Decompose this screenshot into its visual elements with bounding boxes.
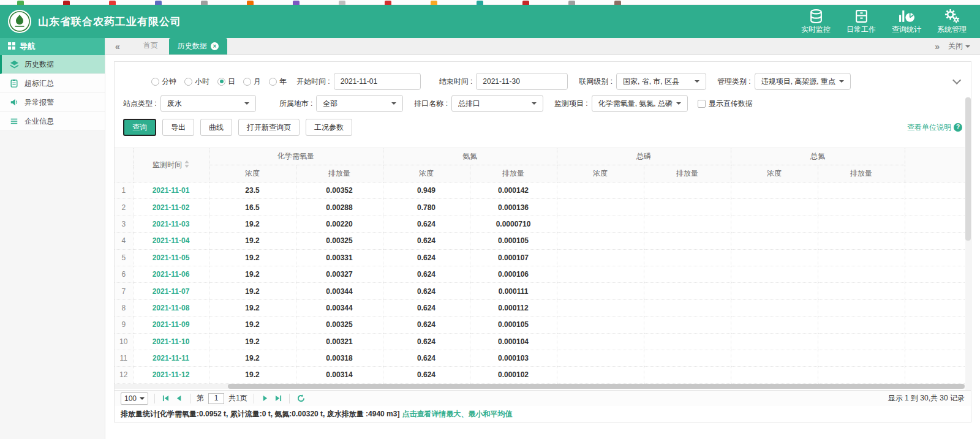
action-button[interactable]: 打开新查询页 bbox=[238, 119, 300, 136]
tabs-scroll-left-icon[interactable]: « bbox=[111, 42, 124, 51]
total-pages-label: 共1页 bbox=[228, 393, 247, 403]
network-level-select[interactable]: 国家, 省, 市, 区县 bbox=[616, 73, 706, 90]
period-radio[interactable]: 年 bbox=[269, 77, 287, 87]
header-nav-gears[interactable]: 系统管理 bbox=[937, 8, 967, 35]
city-select[interactable]: 全部 bbox=[316, 95, 403, 112]
end-time-value: 2021-11-30 bbox=[483, 77, 520, 86]
vertical-scrollbar-thumb[interactable] bbox=[965, 97, 971, 241]
browser-favicon[interactable] bbox=[431, 1, 437, 5]
monitor-date-cell[interactable]: 2021-11-07 bbox=[133, 283, 209, 299]
action-button[interactable]: 工况参数 bbox=[306, 119, 352, 136]
monitor-items-select[interactable]: 化学需氧量, 氨氮, 总磷, 总 bbox=[592, 95, 688, 112]
network-level-value: 国家, 省, 市, 区县 bbox=[623, 77, 679, 87]
value-cell bbox=[557, 333, 644, 350]
value-cell bbox=[731, 350, 818, 366]
browser-favicon[interactable] bbox=[17, 1, 24, 5]
tab[interactable]: 历史数据× bbox=[169, 38, 227, 54]
monitor-date-cell[interactable]: 2021-11-02 bbox=[133, 199, 209, 216]
outlet-name-select[interactable]: 总排口 bbox=[451, 95, 543, 112]
monitor-date-cell[interactable]: 2021-11-06 bbox=[133, 266, 209, 282]
value-cell: 19.2 bbox=[209, 283, 296, 299]
manage-type-select[interactable]: 违规项目, 高架源, 重点排 bbox=[755, 73, 851, 90]
browser-favicon[interactable] bbox=[614, 1, 621, 5]
browser-favicon[interactable] bbox=[522, 1, 529, 5]
value-cell: 0.624 bbox=[383, 233, 470, 249]
stats-detail-link[interactable]: 点击查看详情最大、最小和平均值 bbox=[402, 409, 512, 419]
browser-favicon[interactable] bbox=[568, 1, 575, 5]
period-radio[interactable]: 分钟 bbox=[151, 77, 176, 87]
sort-icon[interactable] bbox=[184, 160, 189, 170]
monitor-date-cell[interactable]: 2021-11-05 bbox=[133, 249, 209, 266]
horizontal-scrollbar-thumb[interactable] bbox=[228, 384, 965, 389]
page-size-select[interactable]: 100 bbox=[121, 392, 148, 405]
period-radio[interactable]: 小时 bbox=[184, 77, 209, 87]
collapse-filter-chevron-icon[interactable] bbox=[952, 76, 961, 84]
prev-page-button[interactable] bbox=[175, 395, 184, 402]
direct-data-checkbox[interactable]: 显示直传数据 bbox=[698, 99, 753, 109]
header-nav-archive[interactable]: 日常工作 bbox=[846, 8, 876, 35]
value-cell bbox=[644, 317, 731, 333]
header-nav-database[interactable]: 实时监控 bbox=[801, 8, 831, 35]
browser-favicon[interactable] bbox=[155, 1, 162, 5]
header-nav-label: 查询统计 bbox=[892, 24, 921, 35]
browser-favicon[interactable] bbox=[339, 1, 345, 5]
tab-close-icon[interactable]: × bbox=[211, 42, 219, 50]
unit-help-link[interactable]: 查看单位说明 ? bbox=[907, 122, 962, 133]
value-cell: 0.00327 bbox=[296, 266, 383, 282]
monitor-date-cell[interactable]: 2021-11-03 bbox=[133, 216, 209, 232]
sub-column-header: 浓度 bbox=[731, 165, 818, 182]
period-radio-label: 日 bbox=[228, 77, 235, 87]
row-number-cell: 4 bbox=[115, 233, 133, 249]
station-type-select[interactable]: 废水 bbox=[160, 95, 256, 112]
monitor-date-cell[interactable]: 2021-11-09 bbox=[133, 317, 209, 333]
browser-favicon[interactable] bbox=[63, 1, 70, 5]
time-column-header[interactable]: 监测时间 bbox=[133, 148, 209, 182]
monitor-date-cell[interactable]: 2021-11-08 bbox=[133, 299, 209, 316]
vertical-scrollbar[interactable] bbox=[965, 97, 971, 416]
value-cell bbox=[818, 249, 905, 266]
filler-cell bbox=[905, 299, 965, 316]
query-button[interactable]: 查询 bbox=[123, 119, 156, 136]
value-cell: 0.00325 bbox=[296, 317, 383, 333]
sidebar-item[interactable]: 超标汇总 bbox=[0, 74, 105, 93]
period-radio[interactable]: 日 bbox=[217, 77, 235, 87]
header-nav-label: 实时监控 bbox=[801, 24, 831, 35]
browser-favicon[interactable] bbox=[247, 1, 254, 5]
checkbox-box bbox=[698, 100, 706, 108]
end-time-input[interactable]: 2021-11-30 bbox=[476, 73, 568, 90]
period-radio-label: 年 bbox=[279, 77, 287, 87]
city-value: 全部 bbox=[323, 99, 337, 109]
monitor-date-cell[interactable]: 2021-11-10 bbox=[133, 333, 209, 350]
page-number-input[interactable]: 1 bbox=[208, 393, 224, 404]
browser-favicon[interactable] bbox=[201, 1, 208, 5]
monitor-date-cell[interactable]: 2021-11-12 bbox=[133, 367, 209, 383]
tabs-scroll-right-icon[interactable]: » bbox=[931, 42, 943, 51]
monitor-date-cell[interactable]: 2021-11-04 bbox=[133, 233, 209, 249]
period-radio[interactable]: 月 bbox=[243, 77, 261, 87]
start-time-input[interactable]: 2021-11-01 bbox=[334, 73, 421, 90]
horizontal-scrollbar[interactable] bbox=[115, 384, 965, 389]
refresh-icon[interactable] bbox=[296, 394, 306, 402]
value-cell: 0.000142 bbox=[470, 182, 557, 199]
sidebar-item[interactable]: 历史数据 bbox=[0, 55, 105, 74]
browser-favicon[interactable] bbox=[109, 1, 116, 5]
value-cell: 0.0000710 bbox=[470, 216, 557, 232]
tab[interactable]: 首页 bbox=[135, 37, 167, 54]
action-button[interactable]: 曲线 bbox=[200, 119, 232, 136]
action-button[interactable]: 导出 bbox=[162, 119, 194, 136]
browser-favicon[interactable] bbox=[477, 1, 483, 5]
sidebar-item[interactable]: 企业信息 bbox=[0, 112, 105, 131]
last-page-button[interactable] bbox=[274, 395, 283, 402]
first-page-button[interactable] bbox=[161, 395, 170, 402]
browser-favicon[interactable] bbox=[293, 1, 300, 5]
table-row: 112021-11-1119.20.003180.6240.000103 bbox=[115, 350, 965, 366]
close-tabs-menu[interactable]: 关闭 bbox=[948, 41, 970, 51]
manage-type-value: 违规项目, 高架源, 重点排 bbox=[761, 77, 835, 87]
browser-favicon[interactable] bbox=[385, 1, 391, 5]
next-page-button[interactable] bbox=[260, 395, 270, 402]
row-number-cell: 7 bbox=[115, 283, 133, 299]
sidebar-item[interactable]: 异常报警 bbox=[0, 93, 105, 112]
header-nav-bar-chart[interactable]: 查询统计 bbox=[892, 8, 921, 35]
monitor-date-cell[interactable]: 2021-11-01 bbox=[133, 182, 209, 199]
monitor-date-cell[interactable]: 2021-11-11 bbox=[133, 350, 209, 366]
